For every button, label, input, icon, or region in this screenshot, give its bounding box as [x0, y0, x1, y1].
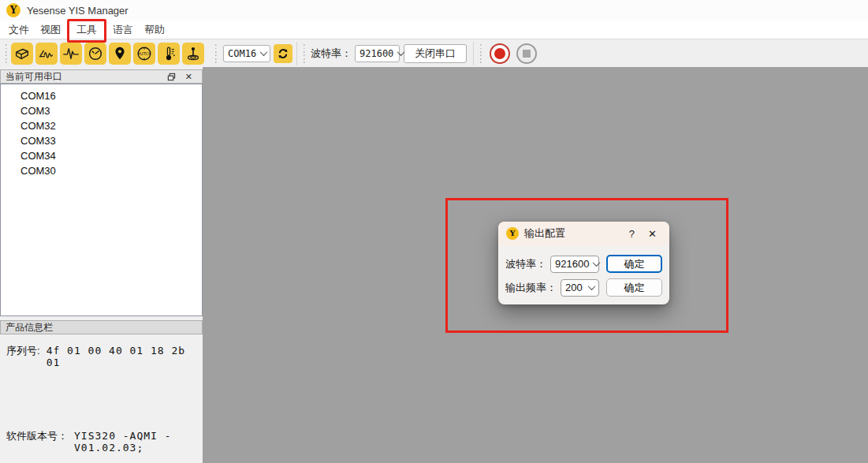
baud-rate-row: 波特率： 921600 确定 [505, 255, 662, 273]
pulse-wave-button[interactable] [60, 43, 82, 65]
menu-item-view[interactable]: 视图 [35, 21, 66, 39]
ports-panel-title: 当前可用串口 [6, 70, 62, 84]
product-info-body: 序列号: 4f 01 00 40 01 18 2b 01 软件版本号： YIS3… [0, 334, 203, 463]
cube-3d-icon [13, 45, 31, 62]
menu-item-tools-label: 工具 [76, 24, 97, 35]
menu-item-help[interactable]: 帮助 [139, 21, 170, 39]
port-list-item[interactable]: COM32 [1, 118, 202, 133]
dialog-freq-value: 200 [565, 282, 583, 293]
toolbar-grip-handle[interactable] [214, 44, 218, 63]
pulse-wave-icon [62, 45, 80, 62]
toolbar: UTC COM16 [0, 39, 868, 67]
chevron-down-icon [588, 282, 596, 290]
title-bar: Y Yesense YIS Manager [0, 0, 868, 21]
utc-clock-button[interactable]: UTC [133, 43, 155, 65]
app-window: Y Yesense YIS Manager 文件 视图 工具 语言 帮助 [0, 0, 868, 463]
toolbar-separator [473, 42, 474, 65]
output-rate-row: 输出频率： 200 确定 [505, 278, 662, 297]
com-port-select[interactable]: COM16 [223, 45, 270, 62]
yesense-logo-icon: Y [506, 227, 519, 240]
close-serial-button[interactable]: 关闭串口 [404, 44, 467, 63]
record-icon [494, 48, 505, 59]
record-button[interactable] [490, 43, 510, 64]
port-list-item[interactable]: COM16 [1, 88, 202, 103]
com-port-value: COM16 [228, 48, 256, 59]
port-list-item[interactable]: COM34 [1, 148, 202, 163]
freq-confirm-button[interactable]: 确定 [606, 278, 662, 297]
ports-panel-header: 当前可用串口 ✕ [0, 69, 203, 84]
serial-number-value: 4f 01 00 40 01 18 2b 01 [47, 345, 196, 368]
serial-number-row: 序列号: 4f 01 00 40 01 18 2b 01 [6, 344, 196, 368]
dialog-title-bar: Y 输出配置 ? ✕ [498, 222, 669, 245]
dialog-freq-select[interactable]: 200 [561, 279, 599, 297]
product-info-title: 产品信息栏 [6, 321, 53, 334]
location-pin-button[interactable] [109, 43, 131, 65]
toolbar-grip-handle[interactable] [303, 44, 306, 63]
dialog-body: 波特率： 921600 确定 输出频率： 200 确定 [498, 245, 669, 297]
cube-3d-button[interactable] [11, 43, 33, 65]
port-list: COM16 COM3 COM32 COM33 COM34 COM30 [0, 84, 203, 316]
dialog-freq-label: 输出频率： [505, 281, 557, 295]
software-version-label: 软件版本号： [6, 429, 68, 443]
angle-wave-button[interactable] [35, 43, 58, 65]
content-area: 当前可用串口 ✕ COM16 COM3 COM32 COM33 COM34 CO… [0, 67, 868, 463]
baud-rate-label: 波特率： [311, 47, 352, 61]
serial-number-label: 序列号: [6, 344, 40, 358]
logo-glyph: Y [509, 230, 515, 237]
joystick-button[interactable] [182, 43, 204, 65]
product-info-header: 产品信息栏 [0, 320, 203, 334]
dialog-help-button[interactable]: ? [624, 226, 639, 241]
dialog-close-button[interactable]: ✕ [645, 226, 660, 241]
refresh-ports-button[interactable] [274, 44, 292, 63]
logo-glyph: Y [10, 6, 17, 15]
float-panel-button[interactable] [162, 73, 181, 81]
port-list-item[interactable]: COM30 [1, 163, 202, 178]
refresh-ports-icon [276, 47, 290, 61]
close-panel-button[interactable]: ✕ [181, 73, 197, 81]
thermometer-button[interactable] [158, 43, 180, 65]
gauge-button[interactable] [84, 43, 106, 65]
window-title: Yesense YIS Manager [27, 5, 129, 17]
chevron-down-icon [593, 259, 601, 267]
software-version-row: 软件版本号： YIS320 -AQMI -V01.02.03; [6, 429, 196, 454]
toolbar-grip-handle[interactable] [479, 44, 482, 63]
port-list-item[interactable]: COM3 [1, 103, 202, 118]
utc-clock-icon: UTC [136, 45, 153, 62]
menu-item-file[interactable]: 文件 [3, 21, 35, 39]
sidebar: 当前可用串口 ✕ COM16 COM3 COM32 COM33 COM34 CO… [0, 67, 203, 463]
joystick-icon [184, 45, 202, 62]
workspace: Y 输出配置 ? ✕ 波特率： 921600 确定 输出 [203, 67, 868, 463]
dialog-baud-value: 921600 [555, 258, 589, 270]
menu-bar: 文件 视图 工具 语言 帮助 [0, 21, 868, 39]
toolbar-separator [296, 42, 297, 65]
chevron-down-icon [260, 48, 268, 56]
stop-icon [523, 50, 531, 58]
dialog-title: 输出配置 [524, 226, 565, 241]
software-version-value: YIS320 -AQMI -V01.02.03; [74, 430, 196, 454]
menu-item-tools[interactable]: 工具 [71, 21, 102, 39]
dialog-baud-select[interactable]: 921600 [550, 256, 599, 273]
stop-button[interactable] [516, 43, 537, 64]
dialog-baud-label: 波特率： [505, 257, 546, 271]
gauge-icon [87, 45, 104, 62]
baud-rate-select[interactable]: 921600 [355, 45, 400, 62]
yesense-logo-icon: Y [6, 3, 20, 17]
menu-item-language[interactable]: 语言 [107, 21, 139, 39]
location-pin-icon [111, 45, 129, 62]
svg-text:UTC: UTC [140, 51, 149, 56]
output-config-dialog: Y 输出配置 ? ✕ 波特率： 921600 确定 输出 [498, 222, 669, 304]
port-list-item[interactable]: COM33 [1, 133, 202, 148]
angle-wave-icon [38, 45, 55, 62]
baud-confirm-button[interactable]: 确定 [606, 255, 662, 273]
thermometer-icon [160, 45, 177, 62]
baud-rate-value: 921600 [359, 48, 393, 59]
close-icon: ✕ [185, 73, 192, 81]
float-panel-icon [167, 73, 176, 81]
toolbar-grip-handle[interactable] [5, 44, 8, 63]
